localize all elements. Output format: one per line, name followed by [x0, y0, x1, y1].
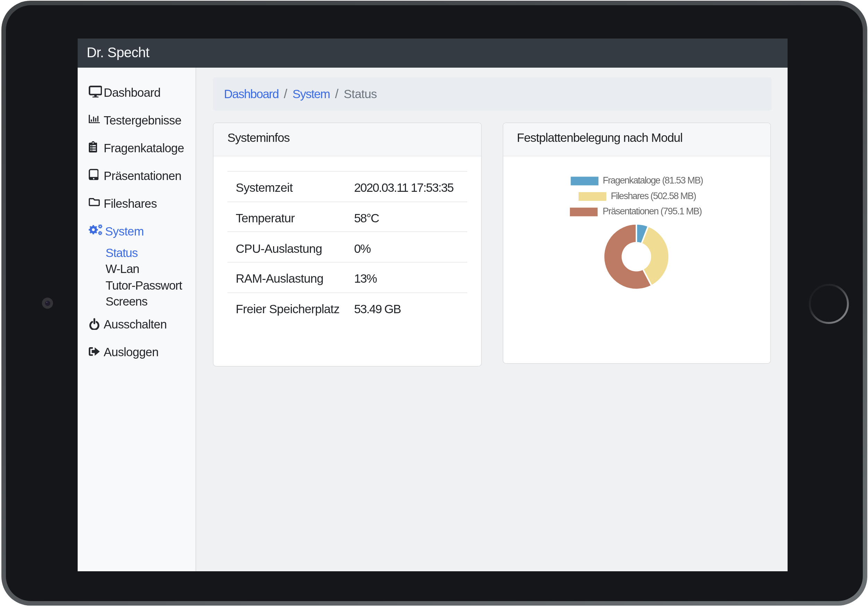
svg-text:Präsentationen (795.1 MB): Präsentationen (795.1 MB) — [602, 206, 701, 216]
svg-text:Fileshares (502.58 MB): Fileshares (502.58 MB) — [611, 191, 696, 201]
svg-text:Fragenkataloge (81.53 MB): Fragenkataloge (81.53 MB) — [603, 175, 703, 185]
